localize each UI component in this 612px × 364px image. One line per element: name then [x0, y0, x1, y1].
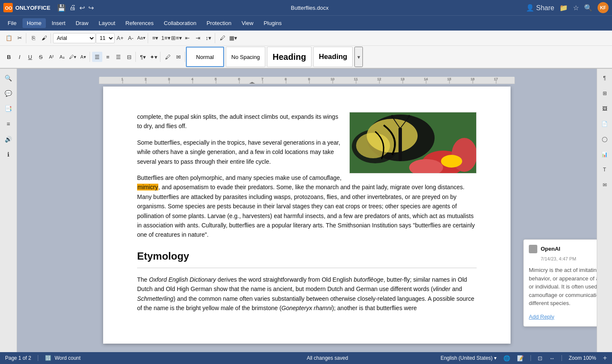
search-btn[interactable]: 🔍 — [584, 4, 592, 12]
font-decrease-btn[interactable]: A- — [126, 33, 136, 43]
track-changes-btn[interactable]: 📝 — [517, 355, 524, 361]
align-center-btn[interactable]: ≡ — [103, 52, 113, 62]
menu-protection[interactable]: Protection — [202, 18, 236, 28]
menu-layout[interactable]: Layout — [95, 18, 120, 28]
bold-btn[interactable]: B — [4, 52, 14, 62]
fit-page-btn[interactable]: ⊡ — [538, 355, 542, 361]
zoom-in-btn[interactable]: + — [603, 354, 607, 362]
svg-point-51 — [408, 115, 410, 118]
redo-btn[interactable]: ↪ — [88, 4, 94, 12]
svg-text:6: 6 — [238, 77, 240, 81]
line-spacing-btn[interactable]: ↕▾ — [203, 33, 213, 43]
copy-group: ⎘ 🖌 — [27, 33, 51, 43]
save-btn[interactable]: 💾 — [57, 4, 66, 12]
change-case-btn[interactable]: Aa▾ — [136, 33, 146, 43]
svg-text:3: 3 — [168, 77, 170, 81]
numbering-btn[interactable]: 1≡▾ — [161, 33, 171, 43]
multilevel-btn[interactable]: ⊞≡▾ — [171, 33, 182, 43]
sidebar-right-chart-btn[interactable]: 📊 — [599, 148, 611, 160]
underline-btn[interactable]: U — [25, 52, 35, 62]
style-normal[interactable]: Normal — [186, 47, 224, 67]
copy-style-btn[interactable]: 🖊 — [163, 52, 173, 62]
font-color-btn[interactable]: A▾ — [78, 52, 88, 62]
subscript-btn[interactable]: A₂ — [57, 52, 67, 62]
svg-point-46 — [356, 133, 390, 158]
menu-references[interactable]: References — [121, 18, 158, 28]
sidebar-right-image-btn[interactable]: 🖼 — [599, 103, 611, 115]
borders-btn[interactable]: ▦▾ — [228, 33, 238, 43]
shading-btn[interactable]: 🖊 — [217, 33, 227, 43]
align-left-btn[interactable]: ☰ — [92, 52, 102, 62]
format-painter-btn[interactable]: 🖌 — [39, 33, 49, 43]
svg-text:5: 5 — [215, 77, 217, 81]
menu-view[interactable]: View — [237, 18, 258, 28]
heading-etymology: Etymology — [137, 248, 477, 264]
schmetterling-italic: Schmetterling — [137, 295, 174, 302]
menu-insert[interactable]: Insert — [48, 18, 70, 28]
avatar-btn[interactable]: KF — [598, 2, 609, 13]
superscript-btn[interactable]: A² — [46, 52, 56, 62]
sidebar-info-btn[interactable]: ℹ — [3, 148, 14, 160]
align-right-btn[interactable]: ☰ — [113, 52, 124, 62]
copy-btn[interactable]: ⎘ — [28, 33, 39, 43]
language-label[interactable]: English (United States) ▾ — [441, 355, 497, 361]
paste-btn[interactable]: 📋 — [4, 33, 14, 43]
styles-more-btn[interactable]: ▾ — [354, 47, 363, 67]
decrease-indent-btn[interactable]: ⇤ — [182, 33, 192, 43]
font-name-select[interactable]: Arial Times New Roman Calibri — [53, 33, 95, 43]
strikethrough-btn[interactable]: S — [36, 52, 46, 62]
increase-indent-btn[interactable]: ⇥ — [193, 33, 203, 43]
menu-collaboration[interactable]: Collaboration — [160, 18, 201, 28]
status-bar-right: English (United States) ▾ 🌐 📝 ⊡ ↔ Zoom 1… — [441, 354, 607, 362]
sidebar-comment-btn[interactable]: 💬 — [3, 87, 14, 99]
sidebar-right-shape-btn[interactable]: ◯ — [599, 133, 611, 145]
comment-avatar — [529, 245, 537, 253]
align-justify-btn[interactable]: ⊟ — [124, 52, 134, 62]
style-heading1-label: Heading — [272, 52, 306, 62]
bullets-btn[interactable]: ≡▾ — [150, 33, 160, 43]
app-logo-icon: OO — [3, 3, 13, 12]
sidebar-right-page-btn[interactable]: 📄 — [599, 118, 611, 130]
menu-draw[interactable]: Draw — [71, 18, 93, 28]
svg-text:17: 17 — [494, 77, 498, 81]
paragraph-marks-btn[interactable]: ¶▾ — [138, 52, 148, 62]
fit-width-btn[interactable]: ↔ — [549, 355, 555, 361]
menu-home[interactable]: Home — [22, 18, 46, 28]
mail-merge-btn[interactable]: ✉ — [173, 52, 183, 62]
share-button[interactable]: 👤 Share — [526, 4, 554, 12]
style-heading2[interactable]: Heading — [313, 47, 353, 67]
svg-text:2: 2 — [145, 77, 147, 81]
sidebar-bookmark-btn[interactable]: 📑 — [3, 103, 14, 115]
copy-style-group: 🖊 ✉ — [161, 52, 185, 62]
comment-add-reply-btn[interactable]: Add Reply — [529, 314, 554, 320]
sidebar-right-paragraph-btn[interactable]: ¶ — [599, 72, 611, 84]
sidebar-search-btn[interactable]: 🔍 — [3, 72, 14, 84]
font-size-select[interactable]: 8910111214161824 — [96, 33, 115, 43]
spell-check-btn[interactable]: 🌐 — [503, 355, 510, 361]
sidebar-right-table-btn[interactable]: ⊞ — [599, 87, 611, 99]
doc-area[interactable]: 1 2 3 4 5 6 7 8 9 10 11 12 13 14 15 16 1 — [17, 69, 597, 352]
clear-format-btn[interactable]: ✦▾ — [149, 52, 159, 62]
sidebar-right-text-btn[interactable]: T — [599, 164, 611, 176]
italic-btn[interactable]: I — [14, 52, 25, 62]
toolbars: 📋 ✂ ⎘ 🖌 Arial Times New Roman Calibri 89… — [0, 31, 612, 69]
menu-file[interactable]: File — [3, 18, 21, 28]
style-normal-label: Normal — [196, 54, 214, 60]
style-heading1[interactable]: Heading — [267, 47, 312, 67]
undo-btn[interactable]: ↩ — [79, 4, 85, 12]
sidebar-right-email-btn[interactable]: ✉ — [599, 179, 611, 191]
svg-text:13: 13 — [401, 77, 404, 81]
status-sep-1 — [38, 355, 38, 361]
style-no-spacing[interactable]: No Spacing — [226, 47, 265, 67]
highlight-btn[interactable]: 🖊▾ — [67, 52, 78, 62]
cut-btn[interactable]: ✂ — [14, 33, 25, 43]
comment-author: OpenAI — [541, 245, 597, 254]
print-btn[interactable]: 🖨 — [69, 4, 76, 11]
font-increase-btn[interactable]: A+ — [115, 33, 125, 43]
star-btn[interactable]: ☆ — [573, 4, 579, 12]
heading-rule — [137, 268, 477, 268]
sidebar-audio-btn[interactable]: 🔊 — [3, 133, 14, 145]
sidebar-format-btn[interactable]: ≡ — [3, 118, 14, 130]
folder-btn[interactable]: 📁 — [559, 4, 568, 12]
menu-plugins[interactable]: Plugins — [259, 18, 286, 28]
